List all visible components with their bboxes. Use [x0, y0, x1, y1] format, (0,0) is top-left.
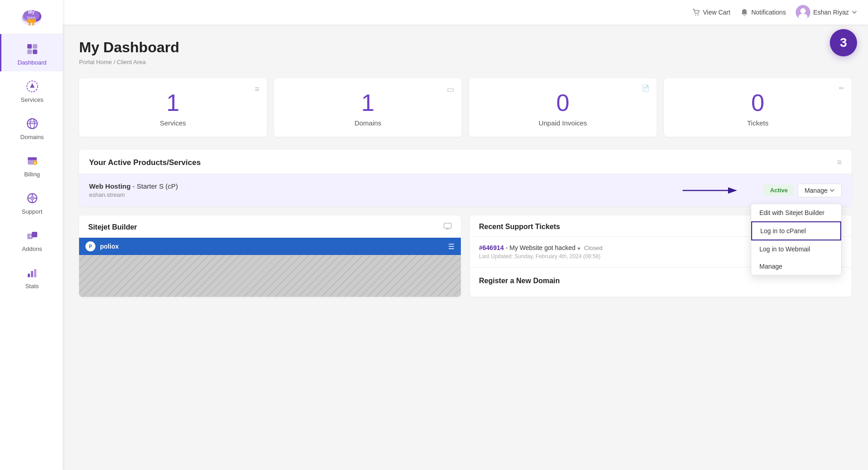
domains-icon: www: [25, 116, 40, 131]
svg-rect-33: [31, 271, 33, 277]
ticket-subject-sep: -: [505, 244, 509, 251]
page-title: My Dashboard: [79, 39, 852, 56]
svg-rect-11: [27, 50, 32, 54]
active-products-title: Your Active Products/Services: [89, 158, 201, 167]
product-domain: eshan.stream: [89, 191, 178, 198]
sidebar-item-services-label: Services: [21, 96, 44, 103]
sitejet-builder-card: Sitejet Builder P poliox: [79, 215, 461, 297]
sitejet-logo-circle: P: [85, 241, 95, 251]
svg-rect-9: [27, 44, 32, 49]
sitejet-body-preview: [79, 255, 461, 297]
svg-rect-30: [32, 232, 37, 237]
main-area: View Cart Notifications Eshan Riyaz: [63, 0, 868, 470]
view-cart-button[interactable]: View Cart: [692, 8, 730, 16]
breadcrumb: Portal Home / Client Area: [79, 59, 852, 65]
stat-card-domains[interactable]: ▭ 1 Domains: [274, 78, 462, 137]
sidebar-item-billing[interactable]: $ Billing: [0, 146, 63, 183]
notification-count-badge: 3: [830, 29, 857, 56]
notifications-label: Notifications: [751, 9, 786, 16]
svg-rect-42: [444, 223, 451, 228]
sitejet-hamburger-icon: ☰: [448, 242, 454, 251]
svg-text:Space: Space: [27, 16, 36, 20]
stat-domains-label: Domains: [354, 119, 381, 127]
sidebar: My Space Dashboard Services: [0, 0, 63, 470]
bell-icon: [740, 8, 748, 16]
stat-card-tickets[interactable]: ✏ 0 Tickets: [664, 78, 852, 137]
svg-rect-10: [33, 44, 37, 49]
sidebar-item-addons[interactable]: + Addons: [0, 220, 63, 258]
billing-icon: $: [25, 153, 40, 169]
stat-card-services[interactable]: ≡ 1 Services: [79, 78, 267, 137]
stat-services-number: 1: [166, 91, 180, 115]
content-area: 3 My Dashboard Portal Home / Client Area…: [63, 25, 868, 470]
ticket-status: [577, 245, 582, 251]
sidebar-item-addons-label: Addons: [22, 245, 42, 252]
sidebar-item-services[interactable]: Services: [0, 71, 63, 109]
avatar: [796, 5, 810, 20]
svg-marker-14: [30, 83, 35, 88]
manage-dropdown-menu: Edit with Sitejet Builder Log in to cPan…: [751, 204, 842, 275]
svg-rect-6: [32, 23, 34, 25]
product-row: Web Hosting - Starter S (cP) eshan.strea…: [79, 174, 852, 206]
breadcrumb-home[interactable]: Portal Home: [79, 59, 112, 65]
sitejet-brand-name: poliox: [100, 243, 119, 250]
svg-point-38: [800, 8, 806, 14]
manage-button[interactable]: Manage: [798, 184, 842, 197]
lower-grid: Sitejet Builder P poliox: [79, 215, 852, 297]
sidebar-item-stats[interactable]: Stats: [0, 258, 63, 295]
ticket-subject: My Website got hacked: [509, 244, 575, 251]
stat-cards-grid: ≡ 1 Services ▭ 1 Domains 📄 0 Unpaid Invo…: [79, 78, 852, 137]
sidebar-item-domains[interactable]: www Domains: [0, 109, 63, 146]
stat-card-invoices-icon: 📄: [642, 85, 649, 92]
sidebar-item-dashboard-label: Dashboard: [18, 59, 47, 66]
sitejet-title: Sitejet Builder: [88, 223, 137, 231]
stat-invoices-label: Unpaid Invoices: [539, 119, 587, 127]
sidebar-item-dashboard[interactable]: Dashboard: [0, 34, 63, 71]
breadcrumb-current: Client Area: [117, 59, 146, 65]
svg-rect-5: [29, 23, 30, 25]
manage-chevron-icon: [829, 188, 835, 193]
sitejet-header: Sitejet Builder: [79, 215, 461, 238]
addons-icon: +: [25, 228, 40, 243]
svg-text:$: $: [34, 161, 36, 165]
sitejet-monitor-icon: [444, 223, 452, 232]
sitejet-preview: P poliox ☰: [79, 238, 461, 297]
sidebar-item-billing-label: Billing: [24, 171, 40, 178]
sidebar-item-support-label: Support: [22, 208, 43, 215]
sidebar-item-stats-label: Stats: [25, 283, 39, 290]
register-domain-title: Register a New Domain: [479, 277, 843, 285]
notifications-button[interactable]: Notifications: [740, 8, 786, 16]
dropdown-edit-sitejet[interactable]: Edit with Sitejet Builder: [751, 204, 841, 221]
ticket-id: #646914: [479, 244, 504, 251]
svg-text:+: +: [29, 234, 31, 239]
active-products-section: Your Active Products/Services ≡ Web Host…: [79, 150, 852, 206]
stat-invoices-number: 0: [556, 91, 569, 115]
dropdown-manage[interactable]: Manage: [751, 258, 841, 275]
status-badge: Active: [763, 185, 794, 196]
arrow-pointing-right: [683, 184, 737, 197]
services-icon: [25, 79, 40, 94]
product-actions: Active Manage Edit with Sitejet Builder …: [763, 184, 842, 197]
stat-card-services-icon: ≡: [254, 85, 259, 94]
topbar: View Cart Notifications Eshan Riyaz: [63, 0, 868, 25]
view-cart-label: View Cart: [703, 9, 730, 16]
svg-rect-12: [33, 50, 37, 54]
product-name: Web Hosting - Starter S (cP): [89, 182, 178, 190]
sidebar-item-domains-label: Domains: [20, 134, 44, 140]
svg-point-24: [30, 196, 35, 200]
user-menu[interactable]: Eshan Riyaz: [796, 5, 857, 20]
dropdown-login-cpanel[interactable]: Log in to cPanel: [751, 221, 841, 240]
stat-card-domains-icon: ▭: [447, 85, 454, 95]
support-tickets-title: Recent Support Tickets: [479, 223, 560, 231]
product-info: Web Hosting - Starter S (cP) eshan.strea…: [89, 182, 178, 198]
stat-domains-number: 1: [361, 91, 374, 115]
stats-icon: [25, 265, 40, 280]
dropdown-login-webmail[interactable]: Log in to Webmail: [751, 240, 841, 258]
svg-rect-4: [27, 19, 36, 23]
chevron-down-icon: [852, 10, 857, 15]
stat-card-invoices[interactable]: 📄 0 Unpaid Invoices: [469, 78, 657, 137]
sidebar-item-support[interactable]: Support: [0, 183, 63, 220]
cart-icon: [692, 8, 700, 16]
support-icon: [25, 190, 40, 206]
svg-rect-32: [28, 274, 30, 277]
